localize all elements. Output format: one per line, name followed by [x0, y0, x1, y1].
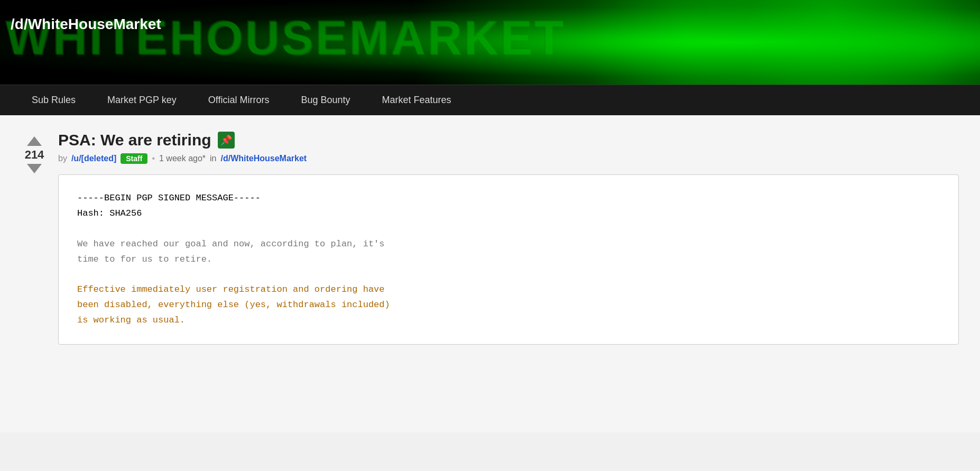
nav-item-pgp-key[interactable]: Market PGP key: [91, 85, 192, 115]
header-banner: WhiteHouseMarket /d/WhiteHouseMarket: [0, 0, 980, 85]
nav-link-sub-rules[interactable]: Sub Rules: [16, 85, 91, 115]
breadcrumb: /d/WhiteHouseMarket: [11, 16, 161, 33]
post-title: PSA: We are retiring: [58, 131, 211, 149]
dot-separator: •: [152, 154, 155, 163]
post-main: PSA: We are retiring 📌 by /u/[deleted] S…: [58, 131, 959, 345]
post-header: PSA: We are retiring 📌: [58, 131, 959, 149]
nav-link-bug-bounty[interactable]: Bug Bounty: [285, 85, 366, 115]
by-text: by: [58, 154, 67, 163]
post-container: 214 PSA: We are retiring 📌 by /u/[delete…: [21, 131, 959, 345]
post-body: -----BEGIN PGP SIGNED MESSAGE----- Hash:…: [58, 174, 959, 345]
post-meta: by /u/[deleted] Staff • 1 week ago* in /…: [58, 153, 959, 164]
vote-up-button[interactable]: [27, 136, 42, 146]
vote-down-button[interactable]: [27, 164, 42, 173]
post-time: 1 week ago*: [159, 154, 206, 163]
sub-link[interactable]: /d/WhiteHouseMarket: [221, 154, 307, 163]
nav-item-bug-bounty[interactable]: Bug Bounty: [285, 85, 366, 115]
main-content: 214 PSA: We are retiring 📌 by /u/[delete…: [0, 115, 980, 432]
nav-bar: Sub Rules Market PGP key Official Mirror…: [0, 85, 980, 115]
author-link[interactable]: /u/[deleted]: [71, 154, 116, 163]
pgp-body-highlight: Effective immediately user registration …: [77, 284, 390, 325]
nav-link-pgp-key[interactable]: Market PGP key: [91, 85, 192, 115]
nav-item-sub-rules[interactable]: Sub Rules: [16, 85, 91, 115]
nav-item-mirrors[interactable]: Official Mirrors: [192, 85, 285, 115]
pin-icon: 📌: [218, 132, 235, 149]
nav-link-mirrors[interactable]: Official Mirrors: [192, 85, 285, 115]
pgp-body-normal-1: We have reached our goal and now, accord…: [77, 239, 385, 264]
in-text: in: [210, 154, 216, 163]
vote-column: 214: [21, 131, 48, 173]
nav-item-features[interactable]: Market Features: [366, 85, 467, 115]
staff-badge: Staff: [121, 153, 147, 164]
vote-count: 214: [25, 148, 44, 162]
pgp-header: -----BEGIN PGP SIGNED MESSAGE----- Hash:…: [77, 193, 261, 218]
post-content: -----BEGIN PGP SIGNED MESSAGE----- Hash:…: [77, 191, 940, 328]
nav-link-features[interactable]: Market Features: [366, 85, 467, 115]
